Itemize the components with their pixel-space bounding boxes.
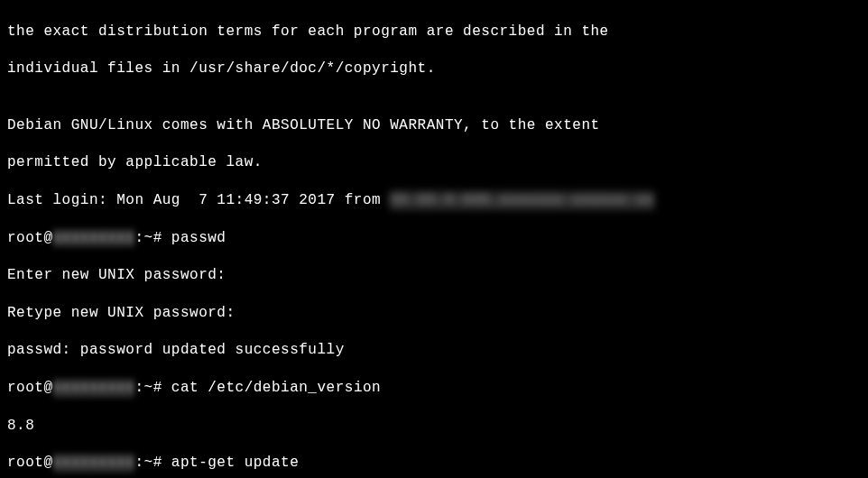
motd-line: individual files in /usr/share/doc/*/cop…: [7, 60, 861, 78]
prompt-path: :~#: [134, 380, 171, 396]
prompt-user: root@: [7, 380, 53, 396]
redacted-host: xxxxxxxxx: [53, 454, 135, 473]
command-text: cat /etc/debian_version: [171, 380, 381, 396]
passwd-output: Retype new UNIX password:: [7, 304, 861, 323]
prompt-path: :~#: [134, 455, 171, 471]
version-output: 8.8: [7, 417, 861, 436]
command-text: apt-get update: [171, 455, 299, 471]
last-login-line: Last login: Mon Aug 7 11:49:37 2017 from…: [7, 191, 861, 210]
motd-line: permitted by applicable law.: [7, 153, 861, 172]
command-text: passwd: [171, 230, 226, 246]
last-login-prefix: Last login: Mon Aug 7 11:49:37 2017 from: [7, 192, 390, 208]
motd-line: the exact distribution terms for each pr…: [7, 23, 861, 41]
prompt-line: root@xxxxxxxxx:~# passwd: [7, 229, 861, 248]
redacted-hostname: XX-XX-X-XXX.xxxxxxx-xxxxxx-xx: [390, 191, 654, 210]
terminal-output[interactable]: the exact distribution terms for each pr…: [7, 4, 861, 478]
prompt-line: root@xxxxxxxxx:~# cat /etc/debian_versio…: [7, 379, 861, 398]
passwd-output: Enter new UNIX password:: [7, 266, 861, 285]
prompt-line: root@xxxxxxxxx:~# apt-get update: [7, 454, 861, 473]
passwd-output: passwd: password updated successfully: [7, 341, 861, 360]
prompt-user: root@: [7, 230, 53, 246]
redacted-host: xxxxxxxxx: [53, 229, 135, 248]
prompt-user: root@: [7, 455, 53, 471]
prompt-path: :~#: [134, 230, 171, 246]
redacted-host: xxxxxxxxx: [53, 379, 135, 398]
motd-line: Debian GNU/Linux comes with ABSOLUTELY N…: [7, 116, 861, 135]
